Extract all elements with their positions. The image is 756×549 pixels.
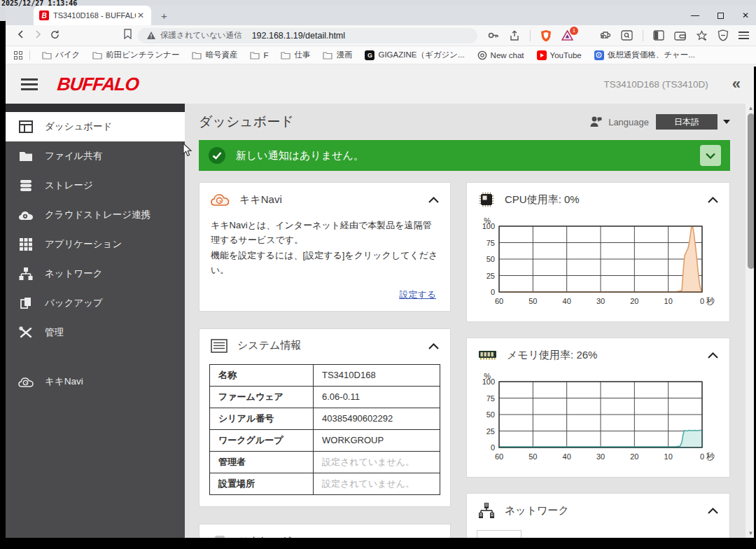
bookmark-item-work[interactable]: 仕事 <box>281 50 310 60</box>
new-tab-button[interactable]: + <box>161 10 167 22</box>
sidebar-item-management[interactable]: 管理 <box>6 318 185 347</box>
bookmarks-bar: バイク 前田ピンチランナー 暗号資産 F 仕事 漫画 G GIGAZINE（ギガ… <box>6 46 756 64</box>
sidebar-item-kikinavi[interactable]: キキNavi <box>6 367 185 396</box>
memory-ram-icon <box>478 349 497 361</box>
crypto-icon <box>594 50 604 60</box>
kikinavi-description-2: 機能を設定するには、[設定する]をクリックしてください。 <box>211 248 439 278</box>
collapse-chevron-icon[interactable] <box>708 504 718 517</box>
url-text[interactable]: 192.168.1.19/detail.html <box>252 31 345 41</box>
bookmark-item-crypto-assets[interactable]: 暗号資産 <box>192 50 237 60</box>
bookmark-item-youtube[interactable]: YouTube <box>537 50 582 60</box>
storage-card: ストレージ <box>199 524 451 538</box>
collapse-header-icon[interactable]: « <box>732 75 741 93</box>
notification-expand-button[interactable] <box>700 145 721 166</box>
bookmark-item-crypto-price[interactable]: 仮想通貨価格、チャー... <box>594 50 695 60</box>
sidebar-panel-icon[interactable] <box>653 30 664 41</box>
bookmark-item-manga[interactable]: 漫画 <box>323 50 352 60</box>
bookmark-item-f[interactable]: F <box>250 50 268 60</box>
browser-toolbar: 保護されていない通信 192.168.1.19/detail.html 1 <box>6 25 756 46</box>
collapse-chevron-icon[interactable] <box>428 193 439 206</box>
browser-menu-icon[interactable] <box>738 32 749 39</box>
folder-icon <box>281 50 290 60</box>
search-tabs-icon[interactable] <box>621 30 633 41</box>
lan-tabs: LAN 1LAN 2 <box>477 530 729 538</box>
sidebar-item-dashboard[interactable]: ダッシュボード <box>6 112 185 141</box>
sidebar-item-file-sharing[interactable]: ファイル共有 <box>6 141 185 171</box>
sidebar-item-backup[interactable]: バックアップ <box>6 289 185 318</box>
collapse-chevron-icon[interactable] <box>708 349 718 361</box>
table-row-workgroup: ワークグループ WORKGROUP <box>210 429 440 451</box>
sidebar-item-network[interactable]: ネットワーク <box>6 259 185 289</box>
browser-window: B TS3410D168 - BUFFALO TeraSta ✕ + — ✕ 保… <box>6 6 756 538</box>
kikinavi-setup-link[interactable]: 設定する <box>399 289 436 300</box>
table-row-serial: シリアル番号 40385490602292 <box>210 408 440 429</box>
buffalo-logo: BUFFALO <box>56 74 139 95</box>
desktop-timestamp: 2025/12/27 1:13:46 <box>1 0 77 7</box>
svg-text:0: 0 <box>491 288 495 296</box>
address-bar[interactable]: 保護されていない通信 192.168.1.19/detail.html <box>138 28 477 43</box>
chat-icon <box>477 50 487 60</box>
folder-icon <box>92 50 102 60</box>
tab-title: TS3410D168 - BUFFALO TeraSta <box>53 11 136 20</box>
collapse-chevron-icon[interactable] <box>428 340 439 352</box>
collapse-chevron-icon[interactable] <box>428 535 439 538</box>
hamburger-menu-icon[interactable] <box>21 78 38 90</box>
sidebar-item-applications[interactable]: アプリケーション <box>6 230 185 259</box>
bookmark-item-bike[interactable]: バイク <box>42 50 80 60</box>
device-label: TS3410D168 (TS3410D) <box>603 79 708 90</box>
language-person-icon <box>589 115 603 129</box>
kikinavi-description-1: キキNaviとは、インターネット経由で本製品を遠隔管理するサービスです。 <box>211 218 439 248</box>
card-title: キキNavi <box>239 193 282 207</box>
svg-text:0: 0 <box>700 297 704 305</box>
bookmark-item-new-chat[interactable]: New chat <box>477 50 524 60</box>
bookmark-item-maeda-pinch-runner[interactable]: 前田ピンチランナー <box>92 50 179 60</box>
dashboard-icon <box>18 120 34 134</box>
language-caret-icon[interactable] <box>723 120 730 124</box>
bookmark-star-icon[interactable] <box>696 30 708 41</box>
window-controls: — ✕ <box>691 6 749 25</box>
tab-bar: B TS3410D168 - BUFFALO TeraSta ✕ + — ✕ <box>6 6 756 25</box>
db-icon <box>18 179 34 193</box>
notification-message: 新しい通知はありません。 <box>236 149 364 162</box>
brave-rewards-icon[interactable]: 1 <box>561 30 573 41</box>
saved-password-key-icon[interactable] <box>487 29 499 41</box>
svg-text:40: 40 <box>563 452 571 461</box>
table-row-location: 設置場所 設定されていません。 <box>210 473 440 494</box>
folder-icon <box>192 50 202 60</box>
buffalo-favicon-icon: B <box>39 11 49 20</box>
lan-tab-lan1[interactable]: LAN 1 <box>477 530 522 538</box>
apps-grid-icon[interactable] <box>14 51 22 60</box>
back-button[interactable] <box>13 29 29 41</box>
sidebar-item-storage[interactable]: ストレージ <box>6 171 185 200</box>
main-content: ▲ ▼ ダッシュボード Language 日本語 新しい通知はありません。 <box>185 104 756 538</box>
bookmark-ribbon-icon[interactable] <box>123 29 132 42</box>
network-icon <box>18 267 34 281</box>
brave-shields-icon[interactable] <box>540 29 552 42</box>
language-select[interactable]: 日本語 <box>656 114 718 130</box>
share-icon[interactable] <box>509 30 520 41</box>
backup-icon <box>18 296 34 310</box>
security-warning-label[interactable]: 保護されていない通信 <box>160 30 242 41</box>
browser-tab[interactable]: B TS3410D168 - BUFFALO TeraSta ✕ <box>34 6 151 25</box>
sidebar-item-cloud-storage[interactable]: クラウドストレージ連携 <box>6 200 185 230</box>
maximize-button[interactable] <box>718 13 724 19</box>
wallet-icon[interactable] <box>674 31 686 41</box>
reload-button[interactable] <box>46 29 63 42</box>
tab-close-icon[interactable]: ✕ <box>137 11 144 20</box>
bookmark-item-gigazine[interactable]: G GIGAZINE（ギガジン... <box>365 50 464 60</box>
close-button[interactable]: ✕ <box>742 11 749 20</box>
extensions-puzzle-icon[interactable] <box>599 29 611 41</box>
language-label: Language <box>608 117 649 127</box>
privacy-shield-icon[interactable] <box>718 29 729 41</box>
svg-text:50: 50 <box>528 297 537 305</box>
scrollbar-thumb[interactable] <box>748 113 755 269</box>
sidebar: ダッシュボード ファイル共有 ストレージ クラウドストレージ連携 アプリケーショ… <box>6 104 185 538</box>
lan-tab-lan2[interactable]: LAN 2 <box>522 530 566 538</box>
forward-button[interactable] <box>29 29 46 41</box>
app-header: BUFFALO TS3410D168 (TS3410D) « <box>6 64 756 104</box>
svg-text:60: 60 <box>495 297 503 305</box>
card-title: システム情報 <box>237 339 301 352</box>
svg-text:10: 10 <box>664 452 673 461</box>
minimize-button[interactable]: — <box>691 11 699 20</box>
collapse-chevron-icon[interactable] <box>708 193 718 206</box>
